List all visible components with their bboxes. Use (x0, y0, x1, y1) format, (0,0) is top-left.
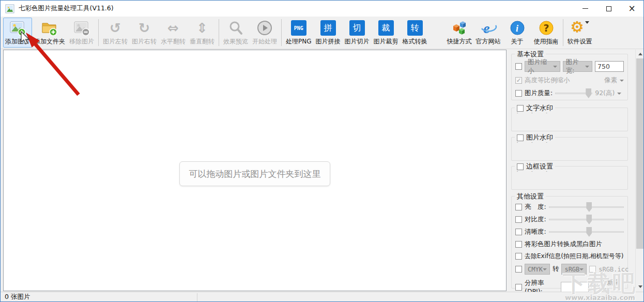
text-watermark-checkbox[interactable] (517, 105, 524, 112)
slider-thumb[interactable] (586, 202, 592, 212)
browser-e-icon: e (480, 19, 497, 37)
group-title: 图片水印 (526, 133, 553, 142)
chevron-down-icon (579, 268, 584, 270)
brightness-slider[interactable] (549, 202, 624, 212)
cmyk-source-select[interactable]: CMYK (525, 264, 550, 275)
chevron-down-icon (585, 21, 589, 24)
remove-image-icon (73, 19, 90, 37)
toolbar-button-process-png[interactable]: PNG 处理PNG (284, 18, 314, 48)
toolbar-button-label: 关于 (511, 37, 524, 46)
image-width-input[interactable] (595, 61, 624, 72)
toolbar-button-start-process[interactable]: 开始处理 (250, 18, 279, 48)
panel-scrollbar[interactable] (635, 50, 644, 291)
other-settings-group: 其他设置 亮 度: 对比度: 清晰度: (511, 196, 628, 289)
toolbar-button-guide[interactable]: ? 使用指南 (532, 18, 561, 48)
sharpness-label: 清晰度: (525, 228, 546, 236)
toolbar-button-rotate-right[interactable]: ↻ 图片右转 (130, 18, 159, 48)
toolbar-button-add-images[interactable]: 添加图片 (3, 18, 32, 48)
other-settings-legend: 其他设置 (515, 192, 546, 201)
toolbar-button-about[interactable]: i 关于 (503, 18, 532, 48)
slider-thumb[interactable] (586, 227, 592, 237)
toolbar-button-slice-images[interactable]: 切 图片切片 (343, 18, 372, 48)
statusbar-divider (197, 293, 197, 301)
toolbar-button-flip-vertical[interactable]: ⇕ 垂直翻转 (188, 18, 217, 48)
image-watermark-checkbox[interactable] (517, 134, 524, 141)
toolbar-button-remove-images[interactable]: 移除图片 (67, 18, 96, 48)
toolbar-button-join-images[interactable]: 拼 图片拼接 (314, 18, 343, 48)
flip-vertical-icon: ⇕ (196, 19, 208, 37)
group-title: 边框设置 (526, 162, 553, 171)
selected-option: 92(高) (595, 89, 615, 98)
toolbar-button-flip-horizontal[interactable]: ⇔ 水平翻转 (159, 18, 188, 48)
toolbar-button-crop-images[interactable]: 裁 图片裁剪 (372, 18, 401, 48)
crop-badge-icon: 裁 (378, 20, 394, 36)
toolbar-button-label: 垂直翻转 (190, 37, 214, 46)
remove-exif-checkbox[interactable] (515, 253, 522, 260)
quality-value-select[interactable]: 92(高) (595, 89, 621, 98)
selected-option: 像素 (604, 76, 617, 85)
shrink-checkbox[interactable] (515, 63, 522, 70)
flip-horizontal-icon: ⇔ (167, 19, 179, 37)
shrink-mode-select[interactable]: 图片缩小 (525, 61, 560, 72)
toolbar-button-convert-format[interactable]: 转 格式转换 (401, 18, 430, 48)
close-icon: × (628, 4, 635, 13)
svg-text:?: ? (543, 22, 549, 34)
toolbar-button-label: 移除图片 (69, 37, 94, 46)
toolbar-separator (563, 19, 563, 46)
toolbar-button-preview[interactable]: 效果预览 (221, 18, 250, 48)
width-mode-select[interactable]: 图片宽: (563, 61, 592, 72)
image-list-area[interactable]: 可以拖动图片或图片文件夹到这里 (3, 50, 507, 291)
chevron-down-icon (620, 80, 624, 82)
grayscale-checkbox[interactable] (515, 241, 522, 248)
keep-ratio-checkbox[interactable]: ✓ (515, 77, 522, 84)
app-logo-icon (5, 4, 14, 13)
question-icon: ? (539, 19, 554, 37)
close-button[interactable]: × (620, 1, 643, 17)
toolbar-button-label: 水平翻转 (161, 37, 186, 46)
maximize-icon (606, 6, 611, 11)
chevron-down-icon (617, 93, 621, 95)
minimize-button[interactable] (574, 1, 597, 17)
toolbar-button-shortcut[interactable]: 快捷方式 (445, 18, 474, 48)
scrollbar-thumb[interactable] (636, 58, 644, 249)
contrast-checkbox[interactable] (515, 216, 522, 223)
group-title: 其他设置 (517, 192, 544, 201)
icc-checkbox[interactable] (589, 266, 596, 273)
add-image-icon (9, 19, 26, 37)
slider-thumb[interactable] (586, 215, 592, 224)
text-watermark-group: 文字水印 · · · (511, 108, 628, 131)
title-bar: 七彩色图片批量处理工具(V11.6) × (1, 1, 643, 17)
svg-text:e: e (483, 20, 489, 36)
toolbar-button-label: 添加图片 (5, 37, 30, 46)
border-settings-group: 边框设置 · · · (511, 166, 628, 190)
maximize-button[interactable] (597, 1, 620, 17)
basic-settings-group: 基本设置 图片缩小 图片宽: ✓ 高度等比例缩小 像素 (511, 54, 628, 100)
toolbar-button-label: 图片裁剪 (374, 37, 398, 46)
toolbar-separator (219, 19, 219, 46)
toolbar-button-rotate-left[interactable]: ↺ 图片左转 (101, 18, 130, 48)
sharpness-slider[interactable] (549, 227, 624, 237)
scroll-up-button[interactable] (636, 50, 644, 58)
slider-thumb[interactable] (586, 88, 591, 98)
quality-checkbox[interactable] (515, 90, 522, 97)
cmyk-convert-checkbox[interactable] (515, 266, 522, 273)
unit-select[interactable]: 像素 (604, 76, 624, 85)
toolbar-button-settings[interactable]: ⚙ 软件设置 (565, 18, 594, 48)
toolbar-button-website[interactable]: e 官方网站 (474, 18, 503, 48)
dpi-checkbox[interactable] (515, 284, 522, 291)
srgb-target-select[interactable]: sRGB (561, 264, 587, 275)
resample-checkbox[interactable] (591, 284, 598, 291)
border-checkbox[interactable] (517, 163, 524, 170)
toolbar-button-label: 图片左转 (103, 37, 128, 46)
contrast-slider[interactable] (549, 215, 624, 224)
dpi-input[interactable] (561, 282, 589, 293)
sharpness-checkbox[interactable] (515, 229, 522, 235)
quality-slider[interactable] (555, 88, 592, 98)
image-watermark-group: 图片水印 · · · (511, 137, 628, 161)
grayscale-label: 将彩色图片转换成黑白图片 (525, 240, 602, 249)
toolbar-button-add-folder[interactable]: 添加文件夹 (32, 18, 67, 48)
convert-badge-icon: 转 (407, 20, 423, 36)
convert-to-label: 转 (553, 265, 559, 274)
scroll-down-button[interactable] (636, 282, 644, 291)
brightness-checkbox[interactable] (515, 204, 522, 210)
